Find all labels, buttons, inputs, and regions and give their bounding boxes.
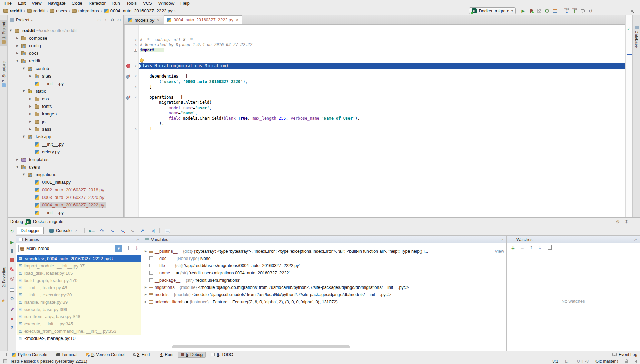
- run-to-cursor-button[interactable]: →|: [148, 227, 156, 234]
- toolwindow-button-run[interactable]: 4: Run: [155, 352, 175, 358]
- previous-frame-button[interactable]: ↑: [127, 245, 130, 251]
- run-config-select[interactable]: dj Docker: migrate ▾: [469, 7, 516, 14]
- stack-frame[interactable]: <module>, 0004_auto_20160327_2222.py:8: [17, 255, 141, 262]
- gear-icon[interactable]: ⚙: [616, 219, 620, 224]
- tree-item[interactable]: celery.py: [8, 148, 123, 156]
- tree-expanded-icon[interactable]: ▼: [23, 90, 25, 93]
- breadcrumb-item[interactable]: reddit: [3, 8, 22, 13]
- toolwindow-button-version-control[interactable]: 9: Version Control: [82, 352, 127, 358]
- tree-item[interactable]: ▶templates: [8, 156, 123, 163]
- menu-navigate[interactable]: Navigate: [45, 0, 68, 6]
- variable-row[interactable]: __name__ = {str}'reddit.users.migrations…: [142, 269, 506, 276]
- code-line[interactable]: ∧ ]: [139, 84, 625, 90]
- editor-tab[interactable]: 0004_auto_20160327_2222.py×: [164, 15, 242, 24]
- locate-file-icon[interactable]: ⊙: [97, 18, 101, 22]
- highlighting-level-icon[interactable]: [633, 360, 637, 363]
- code-line[interactable]: ∨# -*- coding: utf-8 -*-: [139, 37, 625, 42]
- stack-frame[interactable]: run_from_argv, base.py:348: [17, 313, 141, 320]
- resume-button[interactable]: ▶: [8, 238, 16, 246]
- variable-row[interactable]: ▶unicode_literals = {instance}_Feature: …: [142, 298, 506, 305]
- tab-console[interactable]: Console ↗: [45, 227, 81, 234]
- toolwindow-button-debug[interactable]: 5: Debug: [178, 352, 206, 358]
- menu-tools[interactable]: Tools: [123, 0, 140, 6]
- tree-collapsed-icon[interactable]: ▶: [29, 128, 31, 131]
- close-session-button[interactable]: ×: [8, 315, 16, 322]
- help-button[interactable]: ?: [8, 324, 16, 331]
- sidebar-tab-structure[interactable]: 7: Structure: [0, 59, 8, 89]
- code-line[interactable]: [139, 90, 625, 95]
- toolwindow-button-python-console[interactable]: Python Console: [9, 352, 50, 358]
- tab-debugger[interactable]: Debugger: [17, 227, 44, 234]
- code-line[interactable]: ∧ ]: [139, 126, 625, 131]
- tree-expanded-icon[interactable]: ▼: [10, 29, 12, 32]
- code-line[interactable]: ∨ dependencies = [: [139, 74, 625, 79]
- breadcrumb-item[interactable]: migrations: [72, 8, 99, 13]
- tree-item[interactable]: ▶sites: [8, 72, 123, 80]
- force-step-into-button[interactable]: ↘: [128, 227, 136, 234]
- tree-expanded-icon[interactable]: ▼: [23, 135, 25, 138]
- move-watch-up-button[interactable]: ↑: [529, 245, 533, 250]
- evaluate-expression-button[interactable]: [163, 227, 171, 234]
- tree-item[interactable]: ▶fonts: [8, 103, 123, 110]
- stack-frame[interactable]: execute, __init__.py:345: [17, 320, 141, 327]
- status-8-1[interactable]: 8:1: [552, 359, 558, 364]
- expand-arrow-icon[interactable]: ▶: [145, 300, 148, 303]
- stack-frame[interactable]: __init__, loader.py:49: [17, 284, 141, 291]
- code-editor[interactable]: ∨# -*- coding: utf-8 -*-∧# Generated by …: [124, 25, 625, 217]
- tree-item[interactable]: __init__.py: [8, 80, 123, 88]
- fold-end-icon[interactable]: ∧: [134, 42, 138, 48]
- stack-frame[interactable]: <module>, manage.py:10: [17, 335, 141, 342]
- event-log-button[interactable]: Event Log: [612, 352, 637, 357]
- tree-item[interactable]: ▶sass: [8, 125, 123, 133]
- menu-code[interactable]: Code: [69, 0, 86, 6]
- view-link[interactable]: View: [492, 249, 504, 254]
- stack-frame[interactable]: execute, base.py:399: [17, 306, 141, 313]
- stack-frame[interactable]: load_disk, loader.py:105: [17, 270, 141, 277]
- breakpoint-icon[interactable]: [126, 64, 130, 68]
- toolwindow-button-terminal[interactable]: Terminal: [52, 352, 80, 358]
- toolwindow-button-find[interactable]: 3: Find: [130, 352, 153, 358]
- tree-expanded-icon[interactable]: ▼: [23, 173, 25, 176]
- code-line[interactable]: name='name',: [139, 111, 625, 116]
- step-into-button[interactable]: ↘: [108, 227, 116, 234]
- search-everywhere-button[interactable]: [628, 7, 636, 15]
- breadcrumb-item[interactable]: reddit: [27, 8, 45, 13]
- step-into-my-code-button[interactable]: ↘: [118, 227, 126, 234]
- status-git-master[interactable]: Git: master↕: [595, 359, 619, 364]
- toolwindow-button-todo[interactable]: 6: TODO: [208, 352, 236, 358]
- tree-collapsed-icon[interactable]: ▶: [29, 112, 31, 115]
- editor-tab[interactable]: models.py×: [125, 16, 163, 24]
- stack-frame[interactable]: import_module, __init__.py:37: [17, 262, 141, 270]
- tree-item[interactable]: 0003_auto_20160327_2220.py: [8, 194, 123, 201]
- variable-row[interactable]: ▶__builtins__ = {dict}{'bytearray': <typ…: [142, 247, 506, 255]
- code-line[interactable]: [139, 58, 625, 63]
- hide-panel-icon[interactable]: ↤: [117, 18, 121, 22]
- collapse-all-icon[interactable]: ÷: [104, 18, 107, 22]
- view-breakpoints-button[interactable]: [8, 266, 16, 273]
- code-line[interactable]: ('users', '0003_auto_20160327_2220'),: [139, 79, 625, 84]
- tree-item[interactable]: __init__.py: [8, 209, 123, 216]
- thread-selector[interactable]: MainThread ▼: [18, 245, 122, 252]
- breadcrumb-item[interactable]: 0004_auto_20160327_2222.py: [104, 8, 173, 13]
- stack-frame[interactable]: execute_from_command_line, __init__.py:3…: [17, 327, 141, 335]
- fold-end-icon[interactable]: ∧: [134, 84, 138, 90]
- tree-item[interactable]: ▼static: [8, 88, 123, 95]
- stop-button[interactable]: [8, 256, 16, 264]
- execution-line-stripe-mark[interactable]: [627, 54, 632, 55]
- gear-icon[interactable]: ⚙: [110, 18, 114, 22]
- tree-item[interactable]: ▶compose: [8, 34, 123, 42]
- shelf-button[interactable]: [579, 7, 587, 15]
- tree-collapsed-icon[interactable]: ▶: [16, 37, 18, 40]
- horizontal-scrollbar[interactable]: [172, 345, 350, 348]
- code-line[interactable]: [139, 69, 625, 74]
- tree-item[interactable]: 0002_auto_20160327_2018.py: [8, 186, 123, 194]
- restore-layout-button[interactable]: [8, 286, 16, 293]
- pin-tab-button[interactable]: [8, 306, 16, 313]
- variable-row[interactable]: __package__ = {str}'reddit.users.migrati…: [142, 276, 506, 284]
- move-watch-down-button[interactable]: ↓: [538, 245, 542, 250]
- fold-start-icon[interactable]: ∨: [134, 74, 138, 79]
- copy-watch-button[interactable]: [547, 246, 550, 250]
- sidebar-tab-favorites[interactable]: 2: Favorites: [0, 265, 8, 290]
- tree-item[interactable]: ▶css: [8, 95, 123, 103]
- run-task-button[interactable]: [551, 7, 559, 15]
